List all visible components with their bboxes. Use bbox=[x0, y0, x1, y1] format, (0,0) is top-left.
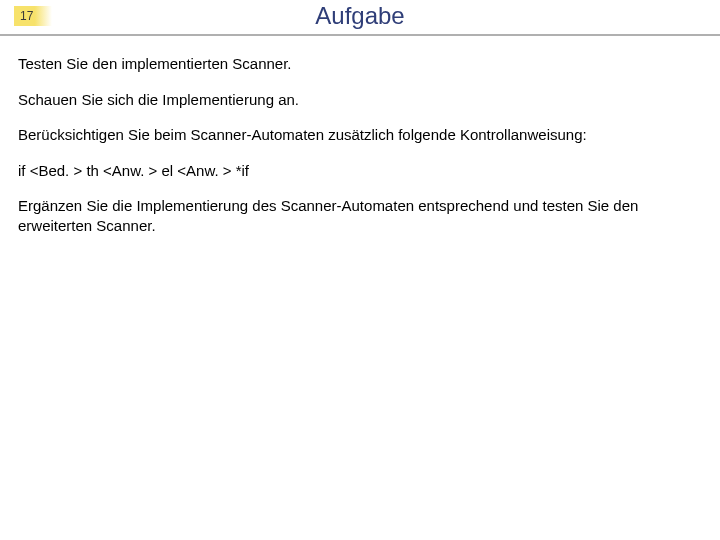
paragraph: if <Bed. > th <Anw. > el <Anw. > *if bbox=[18, 161, 702, 181]
paragraph: Ergänzen Sie die Implementierung des Sca… bbox=[18, 196, 702, 235]
paragraph: Berücksichtigen Sie beim Scanner-Automat… bbox=[18, 125, 702, 145]
slide-body: Testen Sie den implementierten Scanner. … bbox=[0, 36, 720, 235]
slide: 17 Aufgabe Testen Sie den implementierte… bbox=[0, 0, 720, 540]
paragraph: Testen Sie den implementierten Scanner. bbox=[18, 54, 702, 74]
paragraph: Schauen Sie sich die Implementierung an. bbox=[18, 90, 702, 110]
slide-header: 17 Aufgabe bbox=[0, 0, 720, 36]
slide-title: Aufgabe bbox=[0, 0, 720, 32]
